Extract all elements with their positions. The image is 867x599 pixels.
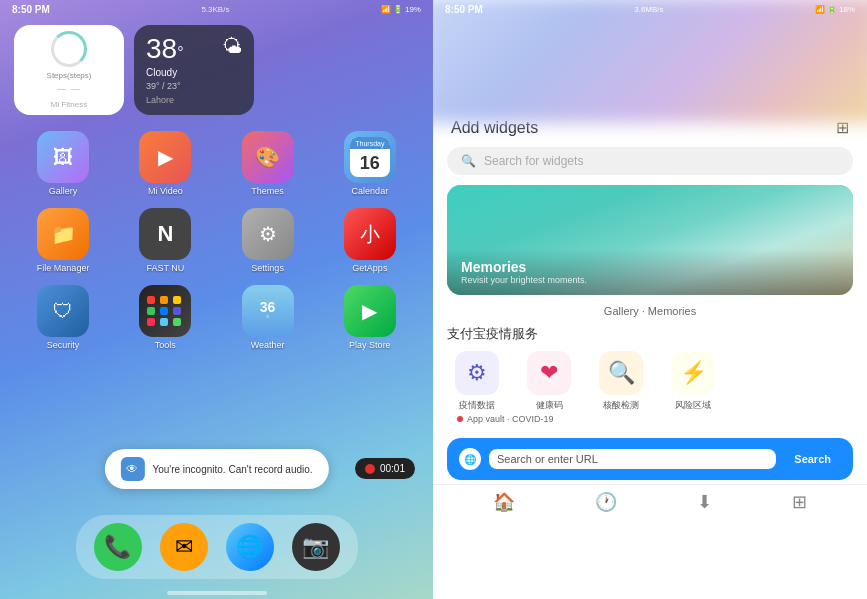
left-phone: 8:50 PM 5.3KB/s 📶 🔋 19% Steps(steps) — —… xyxy=(0,0,433,599)
time-left: 8:50 PM xyxy=(12,4,50,15)
security-icon: 🛡 xyxy=(37,285,89,337)
app-calendar[interactable]: Thursday 16 Calendar xyxy=(325,131,415,196)
playstore-icon: ▶ xyxy=(344,285,396,337)
weather-widget[interactable]: 38° 🌤 Cloudy 39° / 23° Lahore xyxy=(134,25,254,115)
memory-widget-preview[interactable]: demo iqeekphone.com Memories Revisit you… xyxy=(447,185,853,295)
app-weather[interactable]: 36 ° Weather xyxy=(223,285,313,350)
dock-phone[interactable]: 📞 xyxy=(94,523,142,571)
app-mivideo[interactable]: ▶ Mi Video xyxy=(120,131,210,196)
alipay-item-0[interactable]: ⚙ 疫情数据 xyxy=(447,351,507,412)
alipay-label-3: 风险区域 xyxy=(675,399,711,412)
getapps-icon: 小 xyxy=(344,208,396,260)
weather-range: 39° / 23° xyxy=(146,81,242,91)
app-settings[interactable]: ⚙ Settings xyxy=(223,208,313,273)
filemanager-label: File Manager xyxy=(37,263,90,273)
fastnu-label: FAST NU xyxy=(146,263,184,273)
dock-messages[interactable]: ✉ xyxy=(160,523,208,571)
mivideo-icon: ▶ xyxy=(139,131,191,183)
app-tools[interactable]: Tools xyxy=(120,285,210,350)
search-placeholder: Search for widgets xyxy=(484,154,583,168)
alipay-icon-0: ⚙ xyxy=(455,351,499,395)
alipay-section: 支付宝疫情服务 ⚙ 疫情数据 ❤ 健康码 xyxy=(433,325,867,434)
rec-dot xyxy=(365,464,375,474)
browser-input[interactable]: Search or enter URL xyxy=(489,449,776,469)
settings-label: Settings xyxy=(251,263,284,273)
themes-icon: 🎨 xyxy=(242,131,294,183)
add-widgets-panel: Add widgets ⊞ 🔍 Search for widgets demo … xyxy=(433,120,867,599)
security-label: Security xyxy=(47,340,80,350)
tools-label: Tools xyxy=(155,340,176,350)
app-playstore[interactable]: ▶ Play Store xyxy=(325,285,415,350)
app-fastnu[interactable]: N FAST NU xyxy=(120,208,210,273)
right-phone: 8:50 PM 3.6MB/s 📶 🔋 18% Add widgets ⊞ 🔍 … xyxy=(433,0,867,599)
fastnu-icon: N xyxy=(139,208,191,260)
app-filemanager[interactable]: 📁 File Manager xyxy=(18,208,108,273)
themes-label: Themes xyxy=(251,186,284,196)
incognito-icon: 👁 xyxy=(120,457,144,481)
fitness-steps: — — xyxy=(57,84,81,94)
alipay-item-1[interactable]: ❤ 健康码 xyxy=(519,351,579,412)
memory-title: Memories xyxy=(461,259,839,275)
bottom-dock: 📞 ✉ 🌐 📷 xyxy=(76,515,358,579)
memory-caption: Gallery · Memories xyxy=(433,301,867,325)
app-themes[interactable]: 🎨 Themes xyxy=(223,131,313,196)
battery-left: 19% xyxy=(405,5,421,14)
alipay-label-2: 核酸检测 xyxy=(603,399,639,412)
right-content: Add widgets ⊞ 🔍 Search for widgets demo … xyxy=(433,120,867,599)
time-right: 8:50 PM xyxy=(445,4,483,15)
recording-button[interactable]: 00:01 xyxy=(355,458,415,479)
memory-subtitle: Revisit your brightest moments. xyxy=(461,275,839,285)
home-bar-left xyxy=(167,591,267,595)
getapps-label: GetApps xyxy=(352,263,387,273)
toast-message: You're incognito. Can't record audio. xyxy=(152,464,312,475)
fitness-label: Steps(steps) xyxy=(47,71,92,80)
battery-right: 18% xyxy=(839,5,855,14)
app-grid: 🖼 Gallery ▶ Mi Video 🎨 Themes Thursday 1… xyxy=(0,121,433,360)
filemanager-icon: 📁 xyxy=(37,208,89,260)
nav-tabs[interactable]: ⊞ xyxy=(792,491,807,513)
fitness-app-name: Mi Fitness xyxy=(51,100,87,109)
incognito-toast: 👁 You're incognito. Can't record audio. xyxy=(104,449,328,489)
tools-icon xyxy=(139,285,191,337)
calendar-label: Calendar xyxy=(352,186,389,196)
nav-home[interactable]: 🏠 xyxy=(493,491,515,513)
nav-history[interactable]: 🕐 xyxy=(595,491,617,513)
nav-download[interactable]: ⬇ xyxy=(697,491,712,513)
status-bar-right: 8:50 PM 3.6MB/s 📶 🔋 18% xyxy=(433,0,867,19)
alipay-title: 支付宝疫情服务 xyxy=(447,325,853,343)
bottom-nav-right: 🏠 🕐 ⬇ ⊞ xyxy=(433,484,867,521)
app-getapps[interactable]: 小 GetApps xyxy=(325,208,415,273)
weather-temp: 38 xyxy=(146,33,177,64)
alipay-item-3[interactable]: ⚡ 风险区域 xyxy=(663,351,723,412)
search-icon: 🔍 xyxy=(461,154,476,168)
panel-header: Add widgets ⊞ xyxy=(433,120,867,147)
mivideo-label: Mi Video xyxy=(148,186,183,196)
weather-app-icon: 36 ° xyxy=(242,285,294,337)
memory-overlay: Memories Revisit your brightest moments. xyxy=(447,249,853,295)
fitness-widget[interactable]: Steps(steps) — — Mi Fitness xyxy=(14,25,124,115)
alipay-icon-1: ❤ xyxy=(527,351,571,395)
browser-icon: 🌐 xyxy=(459,448,481,470)
alipay-label-1: 健康码 xyxy=(536,399,563,412)
alipay-icon-2: 🔍 xyxy=(599,351,643,395)
app-security[interactable]: 🛡 Security xyxy=(18,285,108,350)
weather-app-label: Weather xyxy=(251,340,285,350)
status-icons-left: 📶 🔋 19% xyxy=(381,5,421,14)
widget-search[interactable]: 🔍 Search for widgets xyxy=(447,147,853,175)
calendar-icon: Thursday 16 xyxy=(344,131,396,183)
alipay-item-2[interactable]: 🔍 核酸检测 xyxy=(591,351,651,412)
fitness-ring xyxy=(51,31,87,67)
dock-camera[interactable]: 📷 xyxy=(292,523,340,571)
status-bar-left: 8:50 PM 5.3KB/s 📶 🔋 19% xyxy=(0,0,433,19)
browser-search-btn[interactable]: Search xyxy=(784,449,841,469)
gallery-icon: 🖼 xyxy=(37,131,89,183)
browser-bar[interactable]: 🌐 Search or enter URL Search xyxy=(447,438,853,480)
speed-right: 3.6MB/s xyxy=(634,5,663,14)
recording-time: 00:01 xyxy=(380,463,405,474)
weather-condition: Cloudy xyxy=(146,67,242,78)
alipay-icon-3: ⚡ xyxy=(671,351,715,395)
dock-browser[interactable]: 🌐 xyxy=(226,523,274,571)
app-gallery[interactable]: 🖼 Gallery xyxy=(18,131,108,196)
playstore-label: Play Store xyxy=(349,340,391,350)
speed-left: 5.3KB/s xyxy=(201,5,229,14)
